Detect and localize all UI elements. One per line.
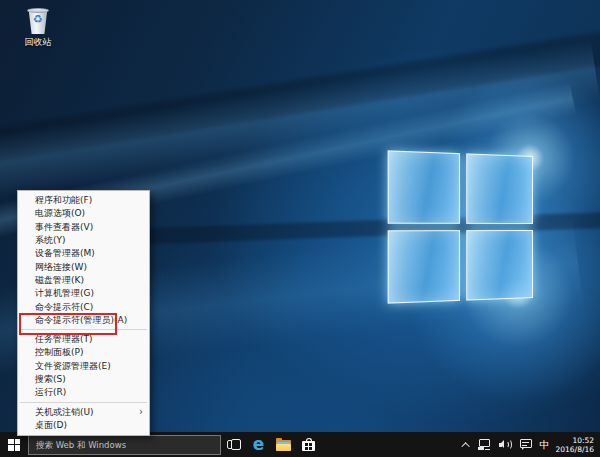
menu-item-control-panel[interactable]: 控制面板(P) bbox=[18, 346, 149, 359]
tray-overflow-button[interactable] bbox=[460, 432, 474, 457]
menu-item-run[interactable]: 运行(R) bbox=[18, 386, 149, 399]
task-view-icon bbox=[227, 439, 241, 450]
clock-button[interactable]: 10:52 2016/8/16 bbox=[554, 432, 600, 457]
menu-item-network-connections[interactable]: 网络连接(W) bbox=[18, 260, 149, 273]
wallpaper-dark-band bbox=[0, 27, 600, 164]
task-view-button[interactable] bbox=[221, 432, 246, 457]
windows-logo-pane bbox=[388, 150, 460, 224]
windows-logo-pane bbox=[388, 230, 460, 304]
menu-item-device-manager[interactable]: 设备管理器(M) bbox=[18, 247, 149, 260]
ime-indicator: 中 bbox=[540, 438, 550, 452]
action-center-button[interactable] bbox=[516, 432, 536, 457]
recycle-bin-label: 回收站 bbox=[14, 36, 62, 49]
menu-item-command-prompt[interactable]: 命令提示符(C) bbox=[18, 300, 149, 313]
chevron-up-icon bbox=[461, 442, 469, 450]
system-tray: 中 10:52 2016/8/16 bbox=[460, 432, 600, 457]
windows-start-icon bbox=[8, 439, 20, 451]
search-input[interactable] bbox=[29, 440, 220, 450]
network-status-button[interactable] bbox=[474, 432, 495, 457]
menu-item-command-prompt-admin[interactable]: 命令提示符(管理员)(A) bbox=[18, 314, 149, 327]
volume-button[interactable] bbox=[495, 432, 516, 457]
edge-browser-button[interactable]: e bbox=[246, 432, 271, 457]
menu-item-system[interactable]: 系统(Y) bbox=[18, 234, 149, 247]
menu-item-power-options[interactable]: 电源选项(O) bbox=[18, 207, 149, 220]
speaker-icon bbox=[499, 439, 512, 450]
menu-item-event-viewer[interactable]: 事件查看器(V) bbox=[18, 221, 149, 234]
clock-date: 2016/8/16 bbox=[556, 445, 594, 454]
menu-separator bbox=[18, 327, 149, 333]
action-center-icon bbox=[520, 439, 532, 450]
menu-item-search[interactable]: 搜索(S) bbox=[18, 373, 149, 386]
windows-store-button[interactable] bbox=[296, 432, 321, 457]
folder-icon bbox=[276, 439, 291, 451]
windows-logo-pane bbox=[466, 230, 533, 301]
menu-item-desktop[interactable]: 桌面(D) bbox=[18, 419, 149, 432]
edge-icon: e bbox=[253, 436, 265, 453]
taskbar-search-box[interactable] bbox=[28, 435, 221, 455]
store-bag-icon bbox=[302, 438, 315, 451]
menu-item-programs-features[interactable]: 程序和功能(F) bbox=[18, 194, 149, 207]
menu-item-file-explorer[interactable]: 文件资源管理器(E) bbox=[18, 360, 149, 373]
recycle-bin-icon: ♻ bbox=[27, 8, 49, 34]
menu-item-disk-management[interactable]: 磁盘管理(K) bbox=[18, 274, 149, 287]
menu-item-computer-management[interactable]: 计算机管理(G) bbox=[18, 287, 149, 300]
submenu-chevron-icon: › bbox=[139, 407, 143, 417]
network-icon bbox=[478, 439, 491, 450]
menu-separator bbox=[18, 399, 149, 405]
winx-context-menu: 程序和功能(F) 电源选项(O) 事件查看器(V) 系统(Y) 设备管理器(M)… bbox=[17, 190, 150, 436]
recycle-symbol-icon: ♻ bbox=[27, 14, 49, 26]
menu-item-shutdown-signout[interactable]: 关机或注销(U) › bbox=[18, 405, 149, 418]
file-explorer-button[interactable] bbox=[271, 432, 296, 457]
menu-item-task-manager[interactable]: 任务管理器(T) bbox=[18, 333, 149, 346]
windows-logo-pane bbox=[466, 153, 533, 224]
recycle-bin-desktop-icon[interactable]: ♻ 回收站 bbox=[14, 8, 62, 49]
ime-language-button[interactable]: 中 bbox=[536, 432, 554, 457]
clock-time: 10:52 bbox=[556, 436, 594, 445]
windows-hero-logo bbox=[388, 150, 533, 303]
